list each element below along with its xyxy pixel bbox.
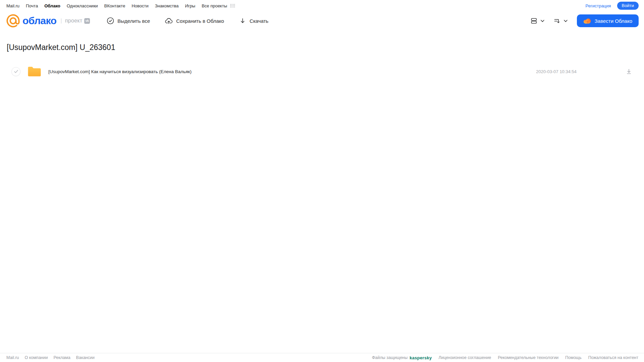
portal-nav-link[interactable]: ВКонтакте: [104, 3, 126, 8]
select-all-label: Выделить все: [117, 18, 150, 24]
registration-link[interactable]: Регистрация: [586, 3, 611, 8]
footer-link[interactable]: Рекомендательные технологии: [498, 355, 558, 360]
footer: Mail.ru О компании Реклама Вакансии Файл…: [0, 353, 644, 362]
download-arrow-icon: [239, 17, 246, 24]
footer-link[interactable]: Вакансии: [76, 355, 95, 360]
page-title: [UsupovMarket.com] U_263601: [7, 43, 644, 52]
save-to-cloud-button[interactable]: Сохранить в Облако: [165, 17, 224, 25]
footer-right-links: Лицензионное соглашение Рекомендательные…: [439, 355, 638, 360]
file-row[interactable]: [UsupovMarket.com] Как научиться визуали…: [7, 63, 644, 80]
cloud-logo[interactable]: облако | проект vk: [6, 14, 90, 28]
kaspersky-protection: Файлы защищены kaspersky: [372, 355, 432, 360]
file-date: 2020-03-07 10:34:54: [536, 69, 577, 74]
portal-nav: Mail.ru Почта Облако Одноклассники ВКонт…: [6, 3, 227, 8]
portal-nav-link[interactable]: Знакомства: [155, 3, 179, 8]
portal-nav-link[interactable]: Почта: [26, 3, 38, 8]
portal-nav-bar: Mail.ru Почта Облако Одноклассники ВКонт…: [0, 0, 644, 11]
footer-link[interactable]: Помощь: [565, 355, 581, 360]
footer-link[interactable]: Реклама: [53, 355, 70, 360]
get-cloud-button[interactable]: Завести Облако: [577, 14, 639, 27]
get-cloud-label: Завести Облако: [595, 18, 632, 24]
kaspersky-logo: kaspersky: [409, 355, 432, 360]
check-circle-icon: [107, 17, 114, 24]
portal-nav-link[interactable]: Облако: [44, 3, 60, 8]
file-list: [UsupovMarket.com] Как научиться визуали…: [7, 63, 644, 80]
footer-link[interactable]: Лицензионное соглашение: [439, 355, 491, 360]
mailru-at-icon: [6, 14, 20, 28]
row-checkbox[interactable]: [11, 67, 20, 76]
logo-wordmark: облако: [22, 15, 56, 27]
footer-left-links: Mail.ru О компании Реклама Вакансии: [6, 355, 95, 360]
portal-nav-link[interactable]: Игры: [185, 3, 195, 8]
file-toolbar: Выделить все Сохранить в Облако Скачать: [107, 11, 268, 31]
folder-icon: [27, 65, 42, 78]
sort-icon: [553, 17, 561, 25]
header: облако | проект vk Выделить все Сох: [0, 11, 644, 31]
portal-nav-link[interactable]: Новости: [132, 3, 148, 8]
footer-link[interactable]: Mail.ru: [6, 355, 19, 360]
row-download-icon[interactable]: [626, 68, 632, 75]
vk-icon: vk: [84, 18, 90, 24]
portal-nav-link[interactable]: Mail.ru: [6, 3, 19, 8]
vk-project-label: проект: [65, 18, 83, 24]
cloud-colored-icon: [583, 18, 591, 24]
all-projects-grid-icon[interactable]: [230, 4, 235, 7]
main-content: [UsupovMarket.com] U_263601: [0, 43, 644, 80]
select-all-button[interactable]: Выделить все: [107, 17, 150, 24]
footer-link[interactable]: О компании: [25, 355, 48, 360]
cloud-upload-icon: [165, 17, 173, 25]
portal-nav-link[interactable]: Все проекты: [202, 3, 227, 8]
chevron-down-icon: [563, 19, 568, 22]
download-button[interactable]: Скачать: [239, 17, 268, 24]
chevron-down-icon: [540, 19, 545, 22]
view-mode-dropdown[interactable]: [530, 17, 545, 25]
login-button[interactable]: Войти: [617, 2, 639, 10]
protected-label: Файлы защищены: [372, 355, 407, 360]
logo-separator: |: [60, 17, 62, 24]
footer-link[interactable]: Пожаловаться на контент: [588, 355, 638, 360]
portal-nav-link[interactable]: Одноклассники: [67, 3, 98, 8]
download-label: Скачать: [250, 18, 268, 24]
file-name-link[interactable]: [UsupovMarket.com] Как научиться визуали…: [48, 69, 192, 74]
list-view-icon: [530, 17, 538, 25]
sort-dropdown[interactable]: [553, 17, 568, 25]
save-to-cloud-label: Сохранить в Облако: [176, 18, 224, 24]
